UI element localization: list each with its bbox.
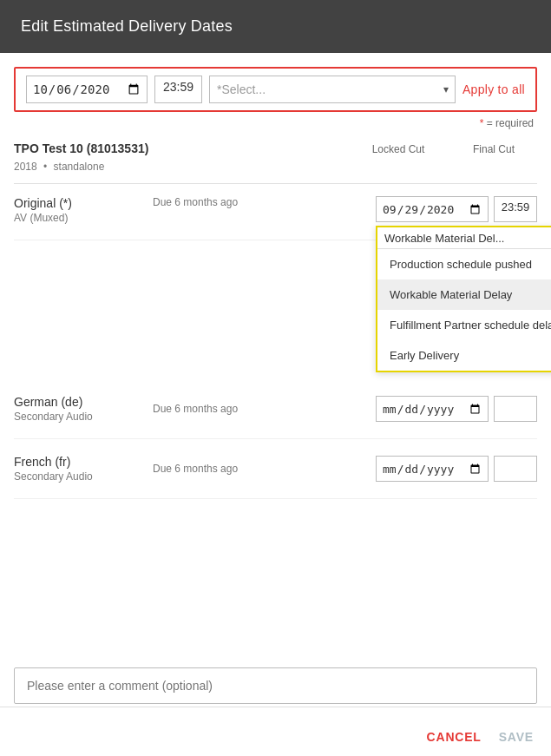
original-date-group: 23:59 ✕ ▲ Production schedule pushed Wor… <box>376 196 537 222</box>
lang-type-original: AV (Muxed) <box>14 212 153 224</box>
top-time-field[interactable]: 23:59 <box>154 76 202 103</box>
lang-name-original: Original (*) <box>14 196 153 210</box>
dropdown-option-early[interactable]: Early Delivery <box>377 340 551 371</box>
lang-type-german: Secondary Audio <box>14 411 153 423</box>
col-header-locked: Locked Cut <box>346 143 450 155</box>
comment-input[interactable] <box>14 667 537 704</box>
german-date-input[interactable] <box>376 396 489 422</box>
dropdown-option-fulfillment[interactable]: Fulfillment Partner schedule delays <box>377 310 551 340</box>
project-header-row: TPO Test 10 (81013531) Locked Cut Final … <box>14 133 537 159</box>
lang-info-french: French (fr) Secondary Audio <box>14 455 153 483</box>
table-row: German (de) Secondary Audio Due 6 months… <box>14 379 537 439</box>
original-time-field[interactable]: 23:59 <box>494 196 537 222</box>
dropdown-option-production[interactable]: Production schedule pushed <box>377 249 551 279</box>
meta-dot: • <box>43 161 47 173</box>
top-reason-select[interactable]: *Select... Production schedule pushed Wo… <box>209 76 456 103</box>
french-date-input[interactable] <box>376 456 489 482</box>
lang-name-french: French (fr) <box>14 455 153 469</box>
german-time-field[interactable] <box>494 396 537 422</box>
project-year: 2018 <box>14 161 37 173</box>
table-row: French (fr) Secondary Audio Due 6 months… <box>14 439 537 499</box>
apply-all-button[interactable]: Apply to all <box>462 82 525 96</box>
content-area: TPO Test 10 (81013531) Locked Cut Final … <box>0 133 551 499</box>
lang-info-german: German (de) Secondary Audio <box>14 395 153 423</box>
lang-name-german: German (de) <box>14 395 153 409</box>
top-select-wrap: *Select... Production schedule pushed Wo… <box>209 76 456 103</box>
project-title: TPO Test 10 (81013531) <box>14 141 346 155</box>
table-row: Original (*) AV (Muxed) Due 6 months ago… <box>14 184 537 240</box>
required-note: * = required <box>0 112 551 133</box>
dialog-title: Edit Estimated Delivery Dates <box>21 17 233 35</box>
footer-divider <box>0 707 551 707</box>
german-date-group <box>376 396 537 422</box>
original-dt-row: 23:59 <box>376 196 537 222</box>
dropdown-search-bar: ✕ ▲ <box>377 227 551 249</box>
save-button[interactable]: SAVE <box>499 730 534 744</box>
dropdown-option-workable[interactable]: Workable Material Delay <box>377 279 551 310</box>
top-date-input[interactable] <box>26 76 148 103</box>
comment-section <box>14 667 537 704</box>
lang-info-original: Original (*) AV (Muxed) <box>14 196 153 224</box>
dropdown-panel: ✕ ▲ Production schedule pushed Workable … <box>376 226 551 372</box>
due-label-french: Due 6 months ago <box>153 463 376 475</box>
original-date-input[interactable] <box>376 196 489 222</box>
project-type: standalone <box>54 161 105 173</box>
due-label-original: Due 6 months ago <box>153 196 376 208</box>
col-header-final: Final Cut <box>450 143 537 155</box>
footer-actions: CANCEL SAVE <box>0 718 551 756</box>
top-bar: 23:59 *Select... Production schedule pus… <box>14 67 537 112</box>
french-date-group <box>376 456 537 482</box>
due-label-german: Due 6 months ago <box>153 403 376 415</box>
lang-type-french: Secondary Audio <box>14 470 153 483</box>
dropdown-search-input[interactable] <box>384 232 548 245</box>
cancel-button[interactable]: CANCEL <box>427 730 482 744</box>
project-meta: 2018 • standalone <box>14 159 537 183</box>
french-time-field[interactable] <box>494 456 537 482</box>
dialog-header: Edit Estimated Delivery Dates <box>0 0 551 53</box>
required-text: = required <box>483 117 534 129</box>
